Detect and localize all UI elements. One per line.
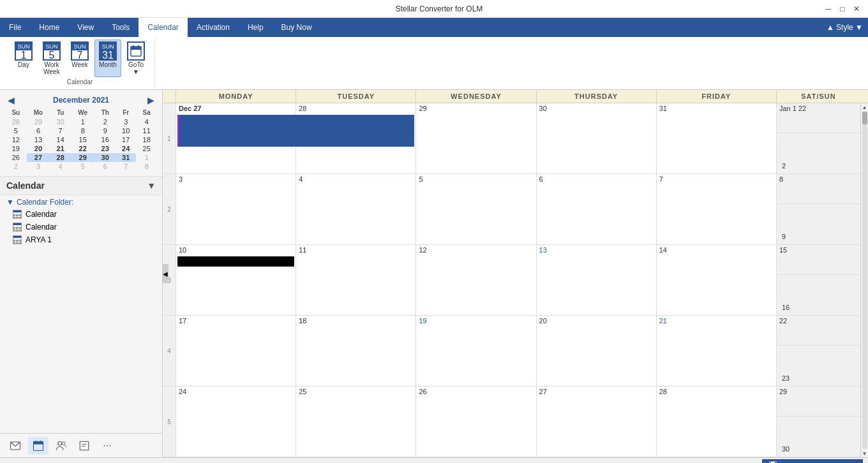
mini-cal-day[interactable]: 17 [116,135,136,144]
cal-cell-dec27[interactable]: Dec 27 [176,103,296,173]
goto-button[interactable]: GoTo▼ [123,40,149,77]
cal-cell-26[interactable]: 26 [415,386,535,457]
calendar-item-1[interactable]: Calendar [0,208,162,221]
cal-cell-25[interactable]: 25 [296,386,415,457]
mini-cal-day[interactable]: 27 [27,153,50,162]
week-view-button[interactable]: SUN 7 Week [66,40,93,77]
mini-cal-day[interactable]: 28 [5,117,27,126]
tab-home[interactable]: Home [30,18,68,37]
cal-cell-8-9[interactable]: 8 9 [776,174,860,244]
tab-file[interactable]: File [0,18,30,37]
mini-cal-day[interactable]: 16 [95,135,116,144]
calendar-item-2[interactable]: Calendar [0,221,162,233]
minimize-button[interactable]: ─ [822,3,835,15]
cal-cell-6[interactable]: 6 [536,174,656,244]
mail-nav-button[interactable] [5,437,26,455]
cal-cell-10[interactable]: 10 [176,245,296,315]
mini-cal-day[interactable]: 6 [27,126,50,135]
tab-tools[interactable]: Tools [103,18,138,37]
cal-cell-30[interactable]: 30 [536,103,656,173]
mini-cal-day[interactable]: 2 [5,162,27,171]
scroll-thumb[interactable] [862,112,867,124]
mini-cal-day[interactable]: 25 [136,144,157,153]
month-view-button[interactable]: SUN 31 Month [94,40,121,77]
tab-buynow[interactable]: Buy Now [273,18,321,37]
mini-cal-day[interactable]: 1 [71,117,95,126]
mini-cal-day[interactable]: 15 [71,135,95,144]
sidebar-calendar-chevron[interactable]: ▼ [147,180,156,191]
cal-cell-28[interactable]: 28 [296,103,415,173]
cal-cell-31[interactable]: 31 [656,103,776,173]
calendar-item-arya[interactable]: ARYA 1 [0,233,162,246]
mini-cal-day[interactable]: 20 [27,144,50,153]
mini-cal-day[interactable]: 2 [95,117,116,126]
mini-cal-day[interactable]: 18 [136,135,157,144]
cal-cell-27[interactable]: 27 [536,386,656,457]
calendar-scrollbar[interactable]: ▲ ▼ [860,103,868,457]
cal-cell-7[interactable]: 7 [656,174,776,244]
mini-cal-day[interactable]: 8 [136,162,157,171]
mini-cal-day[interactable]: 23 [95,144,116,153]
mini-cal-day[interactable]: 29 [27,117,50,126]
tasks-nav-button[interactable] [74,437,94,455]
mini-cal-next-button[interactable]: ▶ [145,95,157,105]
calendar-nav-button[interactable] [28,437,49,455]
mini-cal-day[interactable]: 8 [71,126,95,135]
day-view-button[interactable]: SUN 1 Day [10,40,37,77]
tab-activation[interactable]: Activation [188,18,239,37]
mini-cal-day[interactable]: 13 [27,135,50,144]
cal-cell-jan1-2[interactable]: Jan 1 22 2 [776,103,860,173]
mini-cal-day[interactable]: 14 [50,135,70,144]
mini-cal-day[interactable]: 26 [5,153,27,162]
maximize-button[interactable]: □ [836,3,849,15]
cal-cell-29-30[interactable]: 29 30 [776,386,860,457]
mini-cal-day[interactable]: 10 [116,126,136,135]
mini-cal-day[interactable]: 19 [5,144,27,153]
cal-cell-20[interactable]: 20 [536,316,656,386]
scroll-up-arrow[interactable]: ▲ [861,103,869,111]
mini-cal-day[interactable]: 21 [50,144,70,153]
workweek-view-button[interactable]: SUN 5 WorkWeek [38,40,65,77]
mini-cal-day[interactable]: 28 [50,153,70,162]
event-black-10[interactable] [177,256,294,267]
cal-cell-4[interactable]: 4 [296,174,415,244]
cal-cell-14[interactable]: 14 [656,245,776,315]
mini-cal-day[interactable]: 7 [116,162,136,171]
save-converted-mailbox-button[interactable]: Save Converted Mailbox [762,459,863,464]
mini-cal-day[interactable]: 22 [71,144,95,153]
more-nav-button[interactable]: ··· [97,437,117,455]
mini-cal-prev-button[interactable]: ◀ [5,95,17,105]
mini-cal-day[interactable]: 24 [116,144,136,153]
cal-cell-24[interactable]: 24 [176,386,296,457]
close-button[interactable]: ✕ [850,3,863,15]
cal-cell-12[interactable]: 12 [415,245,535,315]
tab-help[interactable]: Help [239,18,273,37]
mini-cal-day[interactable]: 4 [50,162,70,171]
calendar-folder-header[interactable]: ▼ Calendar Folder: [0,195,162,208]
cal-cell-15-16[interactable]: 15 16 [776,245,860,315]
cal-cell-13[interactable]: 13 [536,245,656,315]
mini-cal-day[interactable]: 4 [136,117,157,126]
mini-cal-day[interactable]: 3 [116,117,136,126]
cal-cell-19[interactable]: 19 [415,316,535,386]
style-button[interactable]: ▲ Style ▼ [827,18,868,37]
tab-calendar[interactable]: Calendar [138,18,188,37]
event-blue-dec27[interactable] [177,115,297,147]
cal-cell-21[interactable]: 21 [656,316,776,386]
mini-cal-day[interactable]: 1 [136,153,157,162]
scroll-down-arrow[interactable]: ▼ [861,450,869,457]
mini-cal-day[interactable]: 5 [71,162,95,171]
mini-cal-day[interactable]: 3 [27,162,50,171]
mini-cal-day[interactable]: 30 [95,153,116,162]
cal-cell-5[interactable]: 5 [415,174,535,244]
cal-cell-18[interactable]: 18 [296,316,415,386]
cal-cell-28b[interactable]: 28 [656,386,776,457]
mini-cal-day[interactable]: 5 [5,126,27,135]
sidebar-collapse-button[interactable]: ◀ [162,264,168,283]
mini-cal-day[interactable]: 9 [95,126,116,135]
cal-cell-11[interactable]: 11 [296,245,415,315]
event-blue-28[interactable] [296,115,414,147]
mini-cal-day[interactable]: 30 [50,117,70,126]
mini-cal-day[interactable]: 12 [5,135,27,144]
cal-cell-29[interactable]: 29 [415,103,535,173]
